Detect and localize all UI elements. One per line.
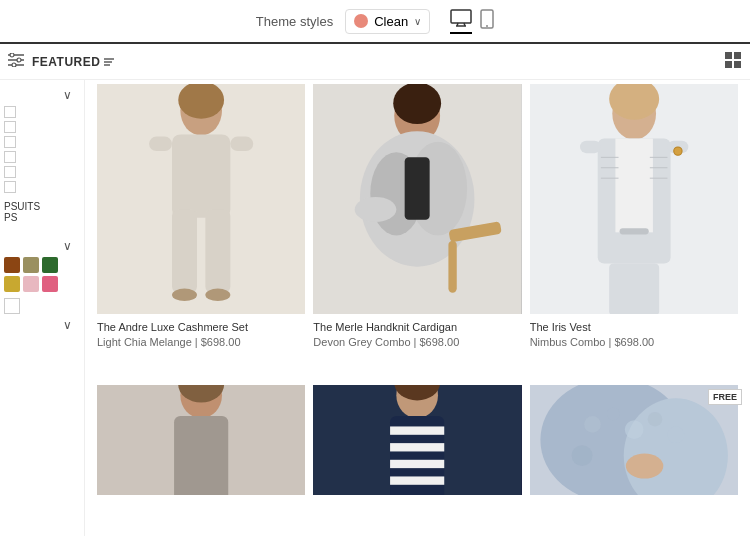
product-card-6: FREE [526,381,742,536]
color-swatches [4,257,80,292]
sidebar-color-toggle[interactable]: ∨ [4,239,80,253]
top-bar: Theme styles Clean ∨ [0,0,750,44]
featured-sort-icon [104,58,114,66]
svg-rect-43 [615,139,652,233]
filter-icon[interactable] [8,53,24,70]
product-info-4 [97,495,305,507]
sidebar-category-label-2: PS [4,212,80,223]
swatch-pink[interactable] [42,276,58,292]
product-card-3: The Iris Vest Nimbus Combo | $698.00 [526,80,742,381]
svg-point-36 [355,197,397,222]
product-variant-1: Light Chia Melange | $698.00 [97,336,305,348]
product-image-4[interactable] [97,385,305,495]
sidebar: ∨ PSUITS PS ∨ [0,80,85,536]
sidebar-checkbox-6[interactable] [4,181,80,193]
svg-point-74 [571,445,592,466]
svg-point-9 [10,53,14,57]
swatch-brown[interactable] [4,257,20,273]
svg-rect-51 [580,141,601,153]
sidebar-empty-swatch[interactable] [4,298,20,314]
checkbox-box-6[interactable] [4,181,16,193]
product-info-1: The Andre Luxe Cashmere Set Light Chia M… [97,314,305,352]
svg-rect-37 [449,241,457,293]
swatch-tan[interactable] [23,257,39,273]
svg-point-54 [673,147,681,155]
svg-point-70 [584,416,601,433]
product-card-4 [93,381,309,536]
svg-rect-25 [172,209,197,292]
sidebar-checkbox-2[interactable] [4,121,80,133]
swatch-green[interactable] [42,257,58,273]
filter-bar: FEATURED [0,44,750,80]
svg-rect-53 [609,264,659,314]
swatch-gold[interactable] [4,276,20,292]
svg-rect-17 [725,61,732,68]
checkbox-box-5[interactable] [4,166,16,178]
svg-point-75 [667,427,684,444]
desktop-icon[interactable] [450,9,472,34]
sidebar-bottom-toggle[interactable]: ∨ [4,318,80,332]
checkbox-box-3[interactable] [4,136,16,148]
svg-rect-15 [725,52,732,59]
svg-rect-63 [390,427,444,435]
svg-point-5 [486,25,488,27]
swatch-pink-light[interactable] [23,276,39,292]
product-info-3: The Iris Vest Nimbus Combo | $698.00 [530,314,738,352]
svg-point-27 [172,289,197,301]
sidebar-checkbox-3[interactable] [4,136,80,148]
svg-rect-23 [149,137,172,152]
theme-color-dot [354,14,368,28]
svg-point-31 [394,84,442,124]
checkbox-box-2[interactable] [4,121,16,133]
theme-name-label: Clean [374,14,408,29]
featured-label: FEATURED [32,55,100,69]
svg-point-10 [17,58,21,62]
svg-point-11 [12,63,16,67]
product-info-5 [313,495,521,507]
sidebar-toggle-top[interactable]: ∨ [4,88,80,102]
product-grid: The Andre Luxe Cashmere Set Light Chia M… [85,80,750,536]
product-info-2: The Merle Handknit Cardigan Devon Grey C… [313,314,521,352]
theme-dropdown[interactable]: Clean ∨ [345,9,430,34]
product-card-2: The Merle Handknit Cardigan Devon Grey C… [309,80,525,381]
sidebar-checkbox-1[interactable] [4,106,80,118]
svg-point-72 [624,420,643,439]
svg-rect-16 [734,52,741,59]
svg-rect-24 [230,137,253,152]
sidebar-category-label-1: PSUITS [4,201,80,212]
product-variant-3: Nimbus Combo | $698.00 [530,336,738,348]
sidebar-checkbox-4[interactable] [4,151,80,163]
svg-rect-22 [172,134,230,217]
svg-rect-64 [390,443,444,451]
product-variant-2: Devon Grey Combo | $698.00 [313,336,521,348]
svg-rect-18 [734,61,741,68]
product-image-2[interactable] [313,84,521,314]
svg-rect-26 [205,209,230,292]
product-image-1[interactable] [97,84,305,314]
product-card-5 [309,381,525,536]
product-image-3[interactable] [530,84,738,314]
device-icons-group [450,9,494,34]
grid-view-toggle[interactable] [724,51,742,73]
theme-styles-label: Theme styles [256,14,333,29]
product-image-5[interactable] [313,385,521,495]
checkbox-box-1[interactable] [4,106,16,118]
svg-point-28 [205,289,230,301]
product-card-1: The Andre Luxe Cashmere Set Light Chia M… [93,80,309,381]
product-name-2: The Merle Handknit Cardigan [313,320,521,334]
sidebar-checkboxes [4,106,80,193]
theme-chevron-icon: ∨ [414,16,421,27]
checkbox-box-4[interactable] [4,151,16,163]
svg-rect-66 [390,477,444,485]
svg-point-71 [607,408,619,420]
svg-rect-50 [619,228,648,234]
sidebar-checkbox-5[interactable] [4,166,80,178]
featured-sort-button[interactable]: FEATURED [32,55,114,69]
svg-rect-35 [405,157,430,219]
main-content: ∨ PSUITS PS ∨ [0,80,750,536]
product-image-6[interactable] [530,385,738,495]
tablet-icon[interactable] [480,9,494,34]
svg-rect-65 [390,460,444,468]
product-name-1: The Andre Luxe Cashmere Set [97,320,305,334]
product-name-3: The Iris Vest [530,320,738,334]
